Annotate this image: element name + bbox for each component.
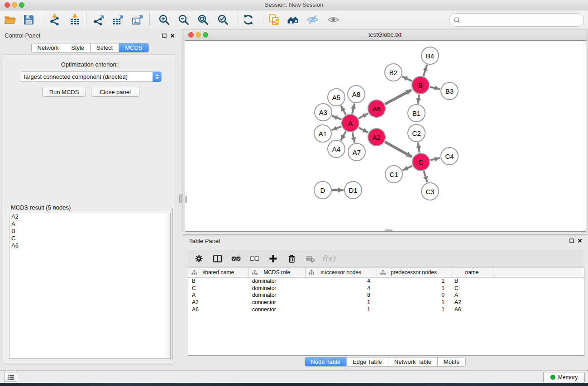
first-neighbors-button[interactable]	[284, 11, 302, 28]
import-table-button[interactable]	[66, 11, 84, 28]
run-mcds-button[interactable]: Run MCDS	[42, 87, 86, 97]
table-row[interactable]: Cdominator41C	[188, 285, 584, 292]
node-table[interactable]: shared nameMCDS rolesuccessor nodesprede…	[188, 267, 584, 313]
table-cell[interactable]: dominator	[249, 291, 305, 299]
graph-node-B4[interactable]: B4	[421, 47, 439, 65]
hide-selected-button[interactable]	[303, 11, 321, 28]
search-input[interactable]	[463, 16, 579, 24]
tab-motifs[interactable]: Motifs	[438, 357, 465, 366]
control-panel-close-button[interactable]	[170, 33, 175, 38]
mcds-result-item[interactable]: A	[10, 220, 170, 228]
graph-node-C3[interactable]: C3	[421, 182, 439, 200]
mcds-result-item[interactable]: B	[10, 228, 170, 235]
table-row[interactable]: A6connector11A6	[188, 306, 584, 313]
horizontal-scroll-thumb[interactable]	[385, 229, 392, 231]
export-table-button[interactable]	[109, 11, 127, 28]
graph-node-C2[interactable]: C2	[407, 124, 425, 142]
show-panel-list-button[interactable]	[5, 372, 17, 382]
graph-node-B1[interactable]: B1	[407, 104, 425, 122]
tab-node-table[interactable]: Node Table	[305, 357, 347, 366]
table-row[interactable]: Adominator80A	[188, 291, 584, 299]
table-row[interactable]: A2connector11A2	[188, 299, 584, 306]
export-image-button[interactable]	[128, 11, 146, 28]
table-cell[interactable]: 1	[377, 299, 451, 306]
table-cell[interactable]: connector	[249, 299, 305, 306]
table-cell[interactable]: 1	[377, 306, 451, 313]
graph-edge-A6-B[interactable]	[385, 90, 411, 104]
graph-node-A3[interactable]: A3	[314, 103, 332, 121]
tab-mcds[interactable]: MCDS	[119, 43, 148, 52]
table-cell[interactable]: B	[188, 277, 249, 285]
table-cell[interactable]: C	[451, 285, 493, 292]
export-network-button[interactable]	[90, 11, 108, 28]
graph-node-A[interactable]: A	[341, 114, 359, 132]
table-cell[interactable]: 4	[305, 285, 377, 292]
zoom-out-button[interactable]	[174, 11, 192, 28]
graph-node-C4[interactable]: C4	[440, 147, 459, 165]
graph-node-A1[interactable]: A1	[314, 124, 332, 143]
table-cell[interactable]: 4	[305, 277, 377, 285]
table-panel-float-button[interactable]	[569, 238, 574, 243]
table-cell[interactable]: C	[188, 285, 249, 292]
network-canvas[interactable]: B4B2BB3A8A5A6A3B1AC2A1A2A4A7C4CC1DC3D1	[185, 40, 586, 232]
zoom-fit-button[interactable]	[194, 11, 212, 28]
show-all-button[interactable]	[324, 11, 342, 28]
column-header-predecessor-nodes[interactable]: predecessor nodes	[377, 267, 451, 277]
memory-button[interactable]: Memory	[543, 372, 585, 382]
resize-grip-icon[interactable]	[581, 228, 586, 234]
table-cell[interactable]: dominator	[249, 285, 305, 292]
refresh-view-button[interactable]	[239, 11, 257, 28]
mcds-result-item[interactable]: C	[10, 235, 170, 242]
graph-node-B3[interactable]: B3	[440, 82, 459, 100]
table-cell[interactable]: B	[451, 277, 493, 285]
table-cell[interactable]: A	[188, 291, 249, 299]
vertical-scroll-thumb[interactable]	[185, 195, 187, 203]
zoom-in-button[interactable]	[155, 11, 173, 28]
save-session-button[interactable]	[19, 11, 38, 28]
table-cell[interactable]: A2	[188, 299, 249, 306]
table-cell[interactable]: A	[451, 291, 493, 299]
table-row[interactable]: Bdominator41B	[188, 277, 584, 285]
import-network-button[interactable]	[45, 11, 63, 28]
table-cell[interactable]: A6	[451, 306, 493, 313]
table-settings-button[interactable]	[193, 253, 205, 264]
column-header-MCDS-role[interactable]: MCDS role	[249, 267, 305, 277]
splitter-handle[interactable]	[179, 195, 182, 203]
graph-node-A2[interactable]: A2	[368, 128, 386, 146]
table-cell[interactable]: 1	[377, 285, 451, 292]
delete-row-button[interactable]	[286, 253, 297, 264]
column-header-name[interactable]: name	[451, 267, 493, 277]
open-file-button[interactable]	[1, 11, 19, 28]
table-cell[interactable]: A6	[188, 306, 249, 313]
table-cell[interactable]: dominator	[249, 277, 305, 285]
table-cell[interactable]: 1	[377, 277, 451, 285]
tab-edge-table[interactable]: Edge Table	[347, 357, 388, 366]
table-cell[interactable]: connector	[249, 306, 305, 313]
tab-network-table[interactable]: Network Table	[388, 357, 438, 366]
mcds-result-item[interactable]: A2	[10, 213, 170, 220]
table-cell[interactable]: A2	[451, 299, 493, 306]
add-row-button[interactable]	[267, 253, 279, 264]
tab-select[interactable]: Select	[91, 43, 119, 52]
graph-node-A7[interactable]: A7	[348, 143, 366, 161]
table-cell[interactable]: 8	[305, 291, 377, 299]
search-field[interactable]	[449, 13, 584, 27]
column-header-shared-name[interactable]: shared name	[188, 267, 249, 277]
graph-node-B2[interactable]: B2	[384, 63, 402, 81]
graph-edge-A2-C[interactable]	[385, 142, 412, 157]
graph-node-C1[interactable]: C1	[385, 165, 403, 183]
zoom-selected-button[interactable]	[214, 11, 232, 28]
table-cell[interactable]: 1	[305, 306, 377, 313]
function-builder-button[interactable]: f(x)	[323, 253, 335, 264]
scrollbar-track[interactable]	[164, 213, 170, 358]
duplicate-network-button[interactable]	[265, 11, 283, 28]
table-panel-close-button[interactable]	[577, 238, 583, 243]
graph-node-D[interactable]: D	[314, 181, 332, 199]
control-panel-float-button[interactable]	[162, 33, 167, 38]
criterion-dropdown[interactable]: largest connected component (directed)	[20, 71, 162, 82]
column-layout-button[interactable]	[211, 253, 223, 264]
graph-node-A4[interactable]: A4	[327, 140, 345, 158]
graph-node-A8[interactable]: A8	[347, 85, 365, 103]
graph-node-A5[interactable]: A5	[327, 88, 345, 106]
mcds-result-list[interactable]: A2ABCA6	[9, 213, 171, 359]
